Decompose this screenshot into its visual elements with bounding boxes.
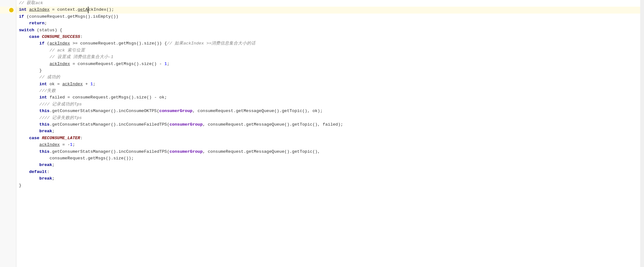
comment-set-size-1: // 设置成 消费信息集合大小-1 [49, 54, 113, 61]
vertical-scrollbar[interactable] [640, 0, 644, 267]
indent-25 [19, 162, 39, 169]
indent-24 [19, 155, 49, 162]
assign-1: = context. [49, 7, 78, 13]
gutter-23 [0, 149, 14, 155]
var-ackIndex-2: ackIndex [49, 40, 70, 47]
indent-26 [19, 169, 29, 175]
indent-10 [19, 61, 49, 68]
code-line-9: // 设置成 消费信息集合大小-1 [16, 54, 640, 61]
indent-8 [19, 47, 49, 54]
failed-assign: failed = consumeRequest.getMsgs().size()… [47, 94, 167, 101]
var-ackIndex-1: ackIndex [29, 7, 49, 13]
semi-neg1: ; [72, 142, 75, 148]
code-line-1: // 获取ack [16, 0, 640, 7]
code-line-13: int ok = ackIndex + 1 ; [16, 81, 640, 88]
keyword-this-1: this [39, 108, 49, 115]
comma-2: , consumeRequest.getMessageQueue().getTo… [203, 122, 343, 128]
code-line-15: int failed = consumeRequest.getMsgs().si… [16, 94, 640, 101]
keyword-if-2: if [39, 40, 44, 47]
gutter-16 [0, 101, 14, 108]
num-neg1: 1 [70, 142, 72, 148]
code-line-23: this .getConsumerStatsManager().incConsu… [16, 149, 640, 155]
var-ackIndex-5: ackIndex [39, 142, 60, 148]
gutter-21 [0, 135, 14, 142]
code-line-20: break ; [16, 128, 640, 135]
case-consume-success: CONSUME_SUCCESS [42, 34, 80, 40]
gutter-6 [0, 34, 14, 40]
paren-ackindex: (); [106, 7, 114, 13]
param-consumerGroup-2: consumerGroup [170, 122, 203, 128]
switch-cond: (status) { [34, 27, 62, 34]
gutter-11 [0, 68, 14, 74]
code-line-24: consumeRequest.getMsgs().size()); [16, 155, 640, 162]
keyword-case-2: case [29, 135, 39, 142]
semicolon-return: ; [44, 20, 47, 27]
code-line-19: this .getConsumerStatsManager().incConsu… [16, 122, 640, 128]
comment-record-fail-tps: //// 记录失败的Tps [39, 115, 82, 122]
gutter-19 [0, 122, 14, 128]
indent-6 [19, 34, 29, 40]
gutter-15 [0, 94, 14, 101]
code-area[interactable]: // 获取ack int ackIndex = context. getAckI… [16, 0, 640, 267]
assign-neg1: = - [60, 142, 70, 148]
code-line-11: } [16, 68, 640, 74]
comment-fail-slash: ///失败 [39, 88, 56, 94]
semi-ack: ; [167, 61, 170, 68]
keyword-if-1: if [19, 14, 24, 20]
keyword-return: return [29, 20, 44, 27]
semi-ok: ; [93, 81, 95, 88]
code-line-12: // 成功的 [16, 74, 640, 81]
keyword-switch: switch [19, 27, 34, 34]
comment-record-ok-tps: //// 记录成功的Tps [39, 101, 82, 108]
comment-ack-index-pos: // ack 索引位置 [49, 47, 85, 54]
gutter-12 [0, 74, 14, 81]
close-brace-switch: } [19, 182, 21, 189]
keyword-int-2: int [39, 81, 47, 88]
code-line-7: if ( ackIndex >= consumeRequest.getMsgs(… [16, 40, 640, 47]
code-line-6: case CONSUME_SUCCESS : [16, 34, 640, 40]
bulb-icon [9, 8, 14, 12]
var-ackIndex-3: ackIndex [49, 61, 70, 68]
gutter-10 [0, 61, 14, 68]
assign-ackIndex-size: = consumeRequest.getMsgs().size() [70, 61, 159, 68]
comma-3: , consumeRequest.getMessageQueue().getTo… [203, 149, 320, 155]
indent-19 [19, 122, 39, 128]
indent-20 [19, 128, 39, 135]
gutter-26 [0, 169, 14, 175]
editor-container: // 获取ack int ackIndex = context. getAckI… [0, 0, 644, 267]
code-line-2: int ackIndex = context. getAckIndex(); [16, 7, 640, 13]
param-consumerGroup-1: consumerGroup [159, 108, 193, 115]
comment-success: // 成功的 [39, 74, 60, 81]
this-method-1: .getConsumerStatsManager().incConsumeOKT… [49, 108, 159, 115]
keyword-this-2: this [39, 122, 49, 128]
gutter-20 [0, 128, 14, 135]
num-1-ok: 1 [90, 81, 93, 88]
code-line-18: //// 记录失败的Tps [16, 115, 640, 122]
indent-15 [19, 94, 39, 101]
colon-1: : [80, 34, 83, 40]
keyword-int-1: int [19, 7, 26, 13]
indent-11 [19, 68, 39, 74]
comma-1: , consumeRequest.getMessageQueue().getTo… [193, 108, 323, 115]
indent-23 [19, 149, 39, 155]
gutter-3 [0, 14, 14, 20]
space-case-1 [39, 34, 42, 40]
consume-size-call: consumeRequest.getMsgs().size()); [49, 155, 134, 162]
indent-21 [19, 135, 29, 142]
code-line-21: case RECONSUME_LATER : [16, 135, 640, 142]
line-number-gutter [0, 0, 16, 267]
code-line-10: ackIndex = consumeRequest.getMsgs().size… [16, 61, 640, 68]
var-ackIndex-4: ackIndex [62, 81, 83, 88]
num-1: 1 [164, 61, 167, 68]
indent-27 [19, 175, 39, 182]
comment-get-ack: // 获取ack [19, 0, 43, 7]
code-line-22: ackIndex = - 1 ; [16, 142, 640, 148]
space-1 [26, 7, 29, 13]
indent-4 [19, 20, 29, 27]
this-method-2: .getConsumerStatsManager().incConsumeFai… [49, 122, 170, 128]
code-line-17: this .getConsumerStatsManager().incConsu… [16, 108, 640, 115]
plus-1: + [83, 81, 90, 88]
keyword-break-1: break [39, 128, 52, 135]
gutter-14 [0, 88, 14, 94]
keyword-default: default [29, 169, 47, 175]
